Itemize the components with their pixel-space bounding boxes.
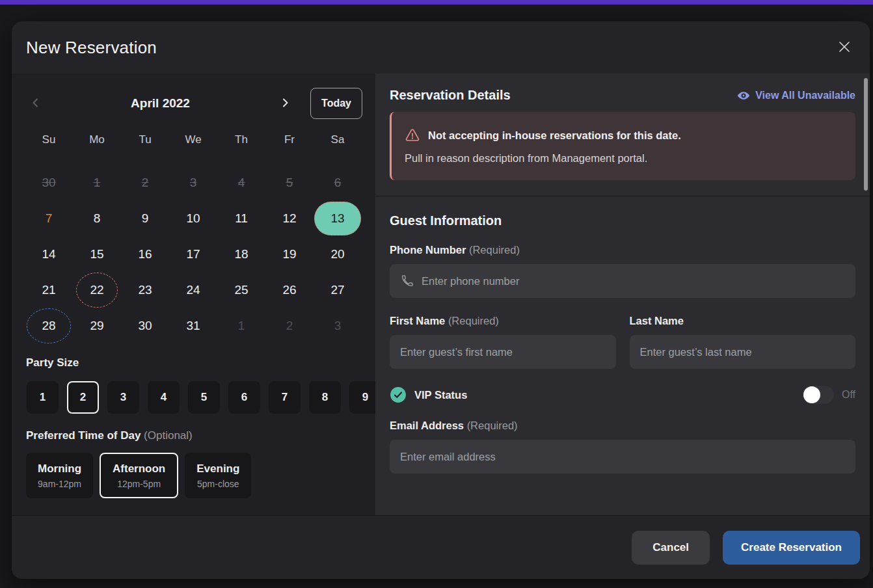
party-size-option-7[interactable]: 7: [269, 381, 301, 414]
phone-number-input[interactable]: [422, 275, 845, 287]
calendar-day-21[interactable]: 21: [25, 272, 73, 308]
calendar-day-10[interactable]: 10: [169, 200, 217, 236]
warning-title: Not accepting in-house reservations for …: [428, 129, 681, 142]
calendar-day-8[interactable]: 8: [73, 200, 121, 236]
calendar-day-value: 19: [282, 247, 296, 261]
party-size-option-9[interactable]: 9: [349, 381, 375, 414]
calendar-day-value: 30: [138, 319, 152, 333]
calendar-day-26[interactable]: 26: [265, 272, 314, 308]
calendar-day-2[interactable]: 2: [265, 308, 314, 343]
calendar-day-value: 27: [330, 283, 344, 297]
calendar-day-24[interactable]: 24: [169, 272, 217, 308]
calendar-day-3[interactable]: 3: [169, 165, 217, 200]
party-size-option-4[interactable]: 4: [148, 381, 180, 414]
calendar-day-17[interactable]: 17: [169, 236, 217, 272]
last-name-field[interactable]: [630, 335, 856, 369]
email-address-label-text: Email Address: [390, 420, 464, 431]
calendar-day-value: 4: [238, 176, 245, 190]
calendar-day-3[interactable]: 3: [314, 308, 362, 343]
email-address-input[interactable]: [400, 451, 845, 463]
first-name-input[interactable]: [400, 346, 606, 358]
calendar-day-19[interactable]: 19: [265, 236, 314, 272]
calendar-day-16[interactable]: 16: [121, 236, 169, 272]
calendar-day-value: 21: [42, 283, 55, 297]
check-circle-icon: [390, 386, 407, 403]
first-name-field[interactable]: [390, 335, 616, 369]
details-panel: Reservation Details View All Unavailable…: [375, 74, 870, 515]
view-all-unavailable-link[interactable]: View All Unavailable: [737, 89, 855, 102]
warning-triangle-icon: [405, 127, 420, 143]
time-option-name: Afternoon: [113, 462, 165, 475]
calendar-day-29[interactable]: 29: [73, 308, 121, 343]
calendar-day-9[interactable]: 9: [121, 200, 169, 236]
calendar-day-13[interactable]: 13: [314, 200, 362, 236]
create-reservation-button[interactable]: Create Reservation: [723, 531, 860, 565]
phone-number-label-text: Phone Number: [390, 244, 466, 256]
calendar-day-27[interactable]: 27: [314, 272, 362, 308]
calendar-day-1[interactable]: 1: [73, 165, 121, 200]
calendar-day-value: 3: [190, 176, 197, 190]
previous-month-button[interactable]: [25, 92, 47, 114]
time-option-name: Evening: [196, 462, 239, 475]
party-size-option-5[interactable]: 5: [188, 381, 220, 414]
party-size-option-2[interactable]: 2: [67, 381, 99, 414]
calendar-day-5[interactable]: 5: [265, 165, 314, 200]
today-button[interactable]: Today: [310, 88, 362, 119]
party-size-option-6[interactable]: 6: [228, 381, 260, 414]
calendar-day-25[interactable]: 25: [217, 272, 265, 308]
weekday-label: Mo: [73, 129, 121, 150]
weekday-label: Th: [217, 129, 265, 150]
vip-status-state: Off: [842, 389, 855, 401]
calendar-day-22[interactable]: 22: [73, 272, 121, 308]
calendar-day-value: 3: [334, 319, 342, 333]
app-top-accent-bar: [0, 0, 873, 5]
modal-header: New Reservation: [12, 21, 870, 74]
calendar-day-18[interactable]: 18: [217, 236, 265, 272]
last-name-input[interactable]: [640, 346, 846, 358]
party-size-option-3[interactable]: 3: [107, 381, 139, 414]
time-of-day-label: Preferred Time of Day (Optional): [26, 429, 375, 442]
email-address-field[interactable]: [390, 440, 855, 474]
last-name-label: Last Name: [630, 315, 856, 327]
close-button[interactable]: [833, 36, 855, 59]
calendar-day-15[interactable]: 15: [73, 236, 121, 272]
calendar-day-14[interactable]: 14: [25, 236, 73, 272]
calendar-day-2[interactable]: 2: [121, 165, 169, 200]
time-option-range: 12pm-5pm: [117, 479, 161, 489]
calendar-day-30[interactable]: 30: [121, 308, 169, 343]
party-size-option-8[interactable]: 8: [309, 381, 341, 414]
calendar-day-value: 16: [138, 247, 152, 261]
party-size-option-1[interactable]: 1: [27, 381, 59, 414]
calendar-day-23[interactable]: 23: [121, 272, 169, 308]
warning-body: Pull in reason description from Manageme…: [405, 152, 842, 165]
modal-footer: Cancel Create Reservation: [12, 515, 870, 579]
calendar-day-6[interactable]: 6: [314, 165, 362, 200]
weekday-row: SuMoTuWeThFrSa: [25, 129, 375, 150]
email-address-label: Email Address (Required): [390, 420, 855, 432]
x-icon: [837, 40, 852, 56]
calendar-day-28[interactable]: 28: [25, 308, 73, 343]
scrollbar-thumb[interactable]: [864, 78, 868, 191]
calendar-day-4[interactable]: 4: [217, 165, 265, 200]
calendar-day-value: 18: [234, 247, 248, 261]
calendar-day-31[interactable]: 31: [169, 308, 217, 343]
eye-icon: [737, 89, 750, 102]
phone-number-field[interactable]: [390, 264, 855, 298]
vip-status-toggle[interactable]: [803, 386, 834, 404]
calendar-day-7[interactable]: 7: [25, 200, 73, 236]
time-option-morning[interactable]: Morning9am-12pm: [26, 453, 93, 498]
time-option-afternoon[interactable]: Afternoon12pm-5pm: [100, 453, 178, 498]
calendar-day-value: 2: [286, 319, 293, 333]
first-name-label: First Name (Required): [390, 315, 616, 327]
calendar-day-value: 5: [286, 176, 293, 190]
next-month-button[interactable]: [274, 92, 296, 114]
time-option-evening[interactable]: Evening5pm-close: [185, 453, 251, 498]
calendar-day-12[interactable]: 12: [265, 200, 314, 236]
calendar-day-value: 1: [238, 319, 245, 333]
calendar-day-value: 29: [90, 319, 103, 333]
calendar-day-30[interactable]: 30: [25, 165, 73, 200]
cancel-button[interactable]: Cancel: [632, 531, 710, 565]
calendar-day-1[interactable]: 1: [217, 308, 265, 343]
calendar-day-20[interactable]: 20: [314, 236, 362, 272]
calendar-day-11[interactable]: 11: [217, 200, 265, 236]
